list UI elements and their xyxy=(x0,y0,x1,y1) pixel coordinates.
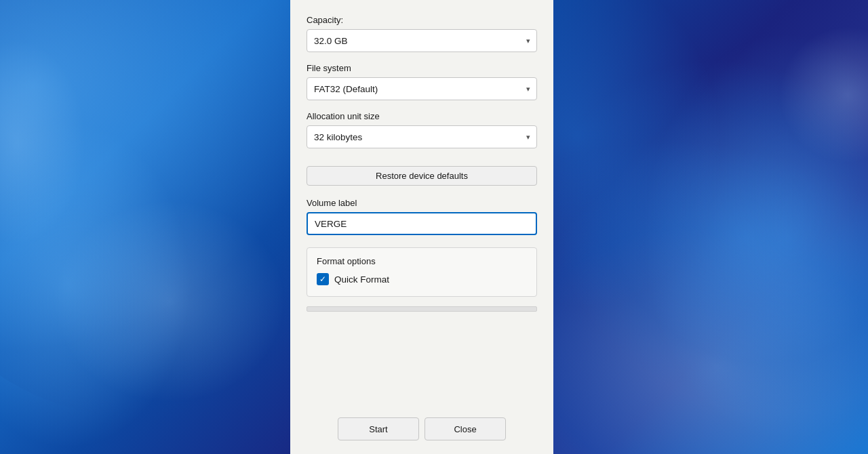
capacity-dropdown[interactable]: 32.0 GB 16.0 GB 64.0 GB xyxy=(307,29,537,52)
restore-defaults-button[interactable]: Restore device defaults xyxy=(307,166,537,186)
filesystem-dropdown[interactable]: FAT32 (Default) NTFS exFAT xyxy=(307,77,537,100)
volume-label-input[interactable] xyxy=(307,212,537,235)
quick-format-row: ✓ Quick Format xyxy=(317,273,527,285)
quick-format-checkbox[interactable]: ✓ xyxy=(317,273,329,285)
checkmark-icon: ✓ xyxy=(319,275,326,283)
allocation-dropdown-wrapper: 32 kilobytes 4 kilobytes 8 kilobytes 16 … xyxy=(307,125,537,148)
bottom-buttons: Start Close xyxy=(307,417,537,440)
volume-label-heading: Volume label xyxy=(307,198,537,208)
filesystem-dropdown-wrapper: FAT32 (Default) NTFS exFAT ▾ xyxy=(307,77,537,100)
start-button[interactable]: Start xyxy=(338,417,419,440)
allocation-dropdown[interactable]: 32 kilobytes 4 kilobytes 8 kilobytes 16 … xyxy=(307,125,537,148)
allocation-label: Allocation unit size xyxy=(307,111,537,121)
capacity-label: Capacity: xyxy=(307,15,537,25)
volume-label-section: Volume label xyxy=(307,198,537,235)
format-options-box: Format options ✓ Quick Format xyxy=(307,247,537,297)
close-button[interactable]: Close xyxy=(425,417,506,440)
progress-bar xyxy=(307,306,537,312)
format-options-heading: Format options xyxy=(317,256,527,266)
format-dialog: Capacity: 32.0 GB 16.0 GB 64.0 GB ▾ File… xyxy=(290,0,553,454)
quick-format-label: Quick Format xyxy=(334,274,389,285)
capacity-dropdown-wrapper: 32.0 GB 16.0 GB 64.0 GB ▾ xyxy=(307,29,537,52)
filesystem-label: File system xyxy=(307,63,537,73)
